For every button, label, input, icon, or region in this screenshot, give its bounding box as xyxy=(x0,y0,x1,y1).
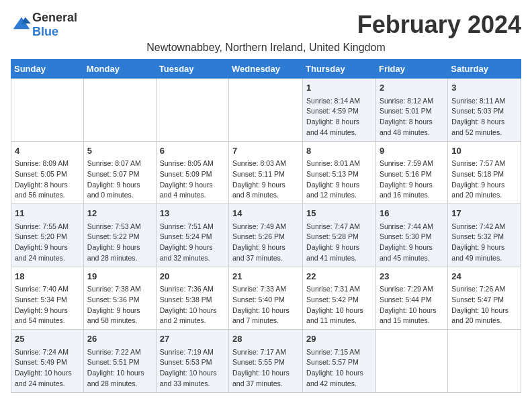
day-info: Sunset: 5:03 PM xyxy=(451,106,517,117)
day-info: Daylight: 9 hours and 20 minutes. xyxy=(451,180,517,201)
day-info: Sunset: 5:01 PM xyxy=(380,106,444,117)
day-info: Daylight: 10 hours and 24 minutes. xyxy=(15,368,80,390)
day-info: Sunset: 5:22 PM xyxy=(87,232,152,242)
day-info: Sunrise: 8:03 AM xyxy=(232,158,299,169)
day-number: 8 xyxy=(306,144,372,158)
calendar-cell: 2Sunrise: 8:12 AMSunset: 5:01 PMDaylight… xyxy=(375,79,447,142)
day-number: 3 xyxy=(451,81,517,95)
day-info: Sunset: 5:13 PM xyxy=(306,169,372,180)
calendar-cell xyxy=(11,79,84,142)
day-info: Daylight: 8 hours and 44 minutes. xyxy=(306,117,372,138)
day-info: Sunset: 5:24 PM xyxy=(160,232,225,242)
day-info: Sunrise: 7:51 AM xyxy=(160,222,225,232)
logo: General Blue xyxy=(11,11,77,39)
day-info: Sunrise: 7:38 AM xyxy=(87,284,152,295)
calendar-cell xyxy=(83,79,156,142)
day-info: Sunrise: 7:15 AM xyxy=(306,347,372,358)
calendar-cell: 22Sunrise: 7:31 AMSunset: 5:42 PMDayligh… xyxy=(303,267,376,330)
day-info: Sunrise: 7:57 AM xyxy=(451,158,517,169)
day-number: 19 xyxy=(87,270,152,283)
day-info: Sunrise: 7:17 AM xyxy=(232,347,299,358)
day-info: Daylight: 9 hours and 28 minutes. xyxy=(87,242,152,264)
day-info: Daylight: 10 hours and 33 minutes. xyxy=(160,368,225,390)
calendar-cell: 23Sunrise: 7:29 AMSunset: 5:44 PMDayligh… xyxy=(375,267,447,330)
day-info: Sunrise: 7:42 AM xyxy=(451,222,517,232)
month-title: February 2024 xyxy=(357,11,521,39)
day-info: Daylight: 9 hours and 37 minutes. xyxy=(232,242,299,264)
calendar-cell: 10Sunrise: 7:57 AMSunset: 5:18 PMDayligh… xyxy=(448,141,521,204)
day-info: Daylight: 9 hours and 32 minutes. xyxy=(160,242,225,264)
day-info: Daylight: 10 hours and 42 minutes. xyxy=(306,368,372,390)
calendar-cell xyxy=(229,79,303,142)
location-title: Newtownabbey, Northern Ireland, United K… xyxy=(11,42,521,54)
day-info: Sunset: 5:44 PM xyxy=(380,295,444,306)
day-info: Sunrise: 7:31 AM xyxy=(306,284,372,295)
day-info: Sunrise: 8:12 AM xyxy=(380,96,444,107)
day-number: 17 xyxy=(451,207,517,220)
header: General Blue February 2024 xyxy=(11,11,521,39)
day-info: Daylight: 9 hours and 0 minutes. xyxy=(87,180,152,201)
day-info: Sunset: 5:32 PM xyxy=(451,232,517,242)
day-info: Sunset: 5:30 PM xyxy=(380,232,444,242)
day-number: 21 xyxy=(232,270,299,283)
col-header-thursday: Thursday xyxy=(303,60,376,79)
calendar-cell xyxy=(156,79,228,142)
day-number: 24 xyxy=(451,270,517,283)
day-number: 14 xyxy=(232,207,299,220)
calendar-table: SundayMondayTuesdayWednesdayThursdayFrid… xyxy=(11,59,521,393)
day-number: 29 xyxy=(306,332,372,346)
day-info: Daylight: 9 hours and 41 minutes. xyxy=(306,242,372,264)
col-header-friday: Friday xyxy=(375,60,447,79)
day-info: Sunset: 5:47 PM xyxy=(451,295,517,306)
calendar-cell: 5Sunrise: 8:07 AMSunset: 5:07 PMDaylight… xyxy=(83,141,156,204)
day-info: Sunset: 5:05 PM xyxy=(15,169,80,180)
col-header-tuesday: Tuesday xyxy=(156,60,228,79)
calendar-cell: 7Sunrise: 8:03 AMSunset: 5:11 PMDaylight… xyxy=(229,141,303,204)
day-info: Sunset: 4:59 PM xyxy=(306,106,372,117)
day-info: Sunset: 5:26 PM xyxy=(232,232,299,242)
day-number: 27 xyxy=(160,332,225,346)
day-number: 2 xyxy=(380,81,444,95)
day-info: Sunset: 5:09 PM xyxy=(160,169,225,180)
day-number: 4 xyxy=(15,144,80,158)
day-info: Sunset: 5:38 PM xyxy=(160,295,225,306)
day-info: Sunrise: 7:19 AM xyxy=(160,347,225,358)
day-info: Sunset: 5:51 PM xyxy=(87,357,152,368)
day-number: 5 xyxy=(87,144,152,158)
calendar-cell: 29Sunrise: 7:15 AMSunset: 5:57 PMDayligh… xyxy=(303,330,376,393)
day-info: Sunset: 5:28 PM xyxy=(306,232,372,242)
day-info: Sunset: 5:16 PM xyxy=(380,169,444,180)
calendar-cell: 8Sunrise: 8:01 AMSunset: 5:13 PMDaylight… xyxy=(303,141,376,204)
day-info: Daylight: 8 hours and 48 minutes. xyxy=(380,117,444,138)
day-number: 26 xyxy=(87,332,152,346)
day-info: Sunset: 5:40 PM xyxy=(232,295,299,306)
day-info: Daylight: 8 hours and 52 minutes. xyxy=(451,117,517,138)
calendar-cell: 24Sunrise: 7:26 AMSunset: 5:47 PMDayligh… xyxy=(448,267,521,330)
day-info: Sunrise: 7:55 AM xyxy=(15,222,80,232)
day-number: 11 xyxy=(15,207,80,220)
col-header-saturday: Saturday xyxy=(448,60,521,79)
calendar-cell: 9Sunrise: 7:59 AMSunset: 5:16 PMDaylight… xyxy=(375,141,447,204)
calendar-cell: 25Sunrise: 7:24 AMSunset: 5:49 PMDayligh… xyxy=(11,330,84,393)
day-info: Sunrise: 7:40 AM xyxy=(15,284,80,295)
calendar-cell: 11Sunrise: 7:55 AMSunset: 5:20 PMDayligh… xyxy=(11,204,84,267)
calendar-cell: 14Sunrise: 7:49 AMSunset: 5:26 PMDayligh… xyxy=(229,204,303,267)
day-info: Daylight: 10 hours and 2 minutes. xyxy=(160,306,225,327)
col-header-monday: Monday xyxy=(83,60,156,79)
day-info: Daylight: 9 hours and 58 minutes. xyxy=(87,306,152,327)
day-info: Sunrise: 7:49 AM xyxy=(232,222,299,232)
day-info: Daylight: 9 hours and 12 minutes. xyxy=(306,180,372,201)
day-info: Sunset: 5:36 PM xyxy=(87,295,152,306)
day-info: Sunrise: 8:07 AM xyxy=(87,158,152,169)
day-info: Sunrise: 7:24 AM xyxy=(15,347,80,358)
day-info: Sunrise: 7:53 AM xyxy=(87,222,152,232)
day-info: Sunrise: 7:36 AM xyxy=(160,284,225,295)
calendar-cell: 26Sunrise: 7:22 AMSunset: 5:51 PMDayligh… xyxy=(83,330,156,393)
day-info: Daylight: 9 hours and 45 minutes. xyxy=(380,242,444,264)
calendar-cell: 6Sunrise: 8:05 AMSunset: 5:09 PMDaylight… xyxy=(156,141,228,204)
day-info: Sunset: 5:34 PM xyxy=(15,295,80,306)
calendar-cell: 1Sunrise: 8:14 AMSunset: 4:59 PMDaylight… xyxy=(303,79,376,142)
day-info: Sunset: 5:57 PM xyxy=(306,357,372,368)
day-info: Sunrise: 8:01 AM xyxy=(306,158,372,169)
calendar-cell: 18Sunrise: 7:40 AMSunset: 5:34 PMDayligh… xyxy=(11,267,84,330)
